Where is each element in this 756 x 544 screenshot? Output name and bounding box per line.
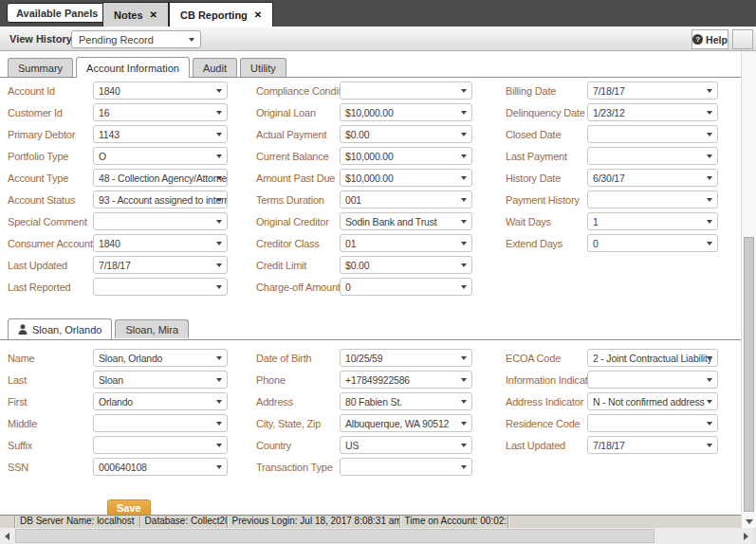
- field-input[interactable]: 001: [340, 190, 472, 209]
- vertical-scrollbar-thumb[interactable]: [744, 237, 754, 512]
- field-input[interactable]: 000640108: [93, 458, 228, 476]
- field-input[interactable]: Sloan: [93, 371, 228, 389]
- view-history-label[interactable]: View History: [9, 33, 72, 45]
- field-value: Albuquerque, WA 90512: [345, 418, 449, 429]
- field-input[interactable]: 1143: [93, 125, 228, 143]
- history-record-select[interactable]: Pending Record: [71, 30, 201, 48]
- dropdown-caret-icon: [707, 111, 712, 115]
- top-tab-bar: Available Panels Notes ✕ CB Reporting ✕: [0, 0, 756, 27]
- status-segment: [0, 516, 15, 528]
- field-value: 01: [345, 238, 356, 249]
- field-input[interactable]: US: [340, 436, 472, 454]
- field-label: Country: [256, 440, 340, 451]
- field-label: Customer Id: [8, 107, 93, 118]
- field-label: Last Updated: [8, 260, 93, 271]
- scroll-right-button[interactable]: [739, 529, 753, 543]
- horizontal-scrollbar[interactable]: [0, 528, 756, 544]
- field-input[interactable]: 0: [340, 278, 472, 296]
- tab[interactable]: Account Information: [76, 57, 190, 78]
- scroll-down-button[interactable]: [742, 516, 756, 528]
- field-input[interactable]: [93, 436, 228, 454]
- debtor-column-2: Date of Birth 10/25/59 Phone +1784992258…: [256, 349, 472, 480]
- close-icon[interactable]: ✕: [150, 9, 157, 20]
- field-input[interactable]: 01: [340, 234, 472, 252]
- field-input[interactable]: +17849922586: [340, 371, 472, 389]
- field-input[interactable]: $0.00: [340, 125, 472, 143]
- field-input[interactable]: [93, 212, 228, 230]
- field-input[interactable]: 0: [587, 234, 718, 252]
- field-input[interactable]: 80 Fabien St.: [340, 392, 472, 410]
- field-input[interactable]: 7/18/17: [587, 82, 718, 100]
- close-icon[interactable]: ✕: [254, 9, 262, 20]
- field-input[interactable]: 1: [587, 212, 718, 230]
- scroll-left-button[interactable]: [0, 529, 14, 543]
- field-input[interactable]: 7/18/17: [587, 436, 718, 454]
- tab-label: Utility: [250, 63, 276, 74]
- field-input[interactable]: 1/23/12: [587, 103, 718, 121]
- field-input[interactable]: 1840: [93, 234, 228, 252]
- field-row: Address 80 Fabien St.: [256, 392, 472, 410]
- field-row: Actual Payment $0.00: [256, 125, 472, 143]
- field-input[interactable]: [587, 190, 718, 209]
- field-row: History Date 6/30/17: [506, 169, 718, 187]
- status-bar: DB Server Name: localhost Database: Coll…: [0, 515, 741, 528]
- field-label: Date of Birth: [256, 353, 340, 364]
- toolbar-mini-button[interactable]: [732, 29, 753, 49]
- debtor-tab[interactable]: Sloan, Mira: [115, 319, 189, 338]
- field-input[interactable]: 7/18/17: [93, 256, 228, 274]
- dropdown-caret-icon: [707, 400, 712, 404]
- field-input[interactable]: [93, 414, 228, 432]
- field-input[interactable]: $10,000.00: [340, 147, 472, 165]
- tab-label: Sloan, Mira: [125, 324, 178, 335]
- debtor-tab[interactable]: Sloan, Orlando: [8, 318, 112, 339]
- tab[interactable]: Audit: [193, 58, 237, 77]
- field-input[interactable]: O: [93, 147, 228, 165]
- top-tab[interactable]: CB Reporting ✕: [169, 2, 273, 27]
- field-label: First: [8, 396, 93, 408]
- field-label: Extend Days: [506, 238, 587, 249]
- field-input[interactable]: N - Not confirmed address: [587, 392, 718, 410]
- field-input[interactable]: Sloan, Orlando: [93, 349, 228, 367]
- tab[interactable]: Utility: [240, 58, 286, 77]
- field-input[interactable]: [587, 414, 718, 432]
- field-input[interactable]: [587, 371, 718, 389]
- field-input[interactable]: 16: [93, 103, 228, 121]
- vertical-scrollbar[interactable]: [741, 51, 756, 528]
- field-input[interactable]: [587, 147, 718, 165]
- field-input[interactable]: Sodin Bank and Trust: [340, 212, 472, 230]
- toolbar: View History Pending Record ? Help: [0, 27, 756, 51]
- field-input[interactable]: [93, 278, 228, 296]
- field-label: Address: [256, 396, 340, 408]
- field-input[interactable]: [587, 125, 718, 143]
- field-input[interactable]: 6/30/17: [587, 169, 718, 187]
- field-value: 001: [345, 194, 361, 206]
- field-input[interactable]: 48 - Collection Agency/Attorney: [93, 169, 228, 187]
- field-input[interactable]: [340, 82, 472, 100]
- field-input[interactable]: Albuquerque, WA 90512: [340, 414, 472, 432]
- help-icon: ?: [692, 34, 703, 45]
- field-input[interactable]: [340, 458, 472, 476]
- field-input[interactable]: 93 - Account assigned to internal c: [93, 190, 228, 209]
- field-row: Customer Id 16: [8, 103, 228, 121]
- tab-divider: [0, 339, 741, 340]
- field-input[interactable]: 1840: [93, 82, 228, 100]
- field-value: 1: [593, 216, 599, 227]
- tab-label: Summary: [18, 63, 63, 74]
- status-text: DB Server Name: localhost: [20, 516, 135, 526]
- field-label: Actual Payment: [256, 129, 340, 140]
- help-button[interactable]: ? Help: [691, 29, 728, 49]
- field-row: Special Comment: [8, 212, 228, 230]
- field-row: City, State, Zip Albuquerque, WA 90512: [256, 414, 472, 432]
- field-input[interactable]: $10,000.00: [340, 169, 472, 187]
- tab[interactable]: Summary: [8, 58, 73, 77]
- field-input[interactable]: 2 - Joint Contractual Liability: [587, 349, 718, 367]
- field-value: 0: [345, 281, 351, 293]
- field-input[interactable]: $10,000.00: [340, 103, 472, 121]
- field-input[interactable]: 10/25/59: [340, 349, 472, 367]
- field-input[interactable]: Orlando: [93, 392, 228, 410]
- field-input[interactable]: $0.00: [340, 256, 472, 274]
- field-row: Account Id 1840: [8, 82, 228, 100]
- top-tab[interactable]: Notes ✕: [102, 2, 169, 27]
- field-label: Payment History: [506, 194, 587, 206]
- horizontal-scrollbar-thumb[interactable]: [15, 529, 655, 543]
